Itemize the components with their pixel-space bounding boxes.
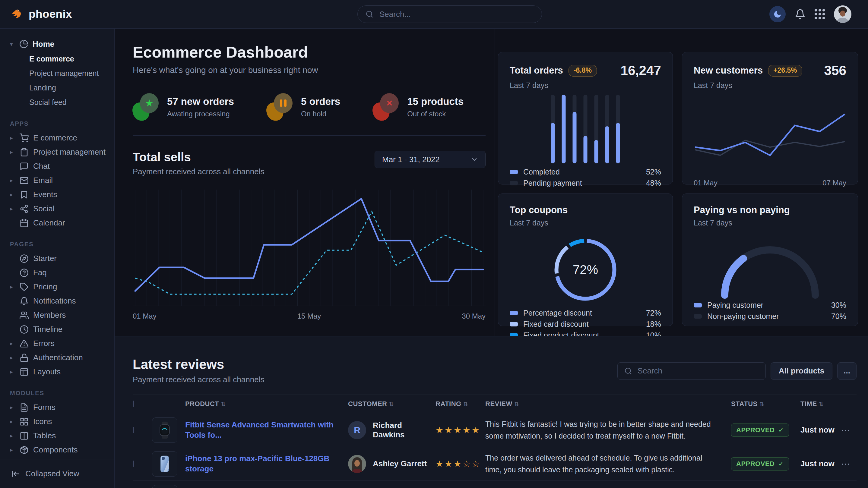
star-icon: ★ [145,97,154,109]
collapse-label: Collapsed View [25,469,79,478]
stat-blob-icon: ★ [133,93,159,121]
sidebar-section-label-modules: MODULES [10,390,114,397]
collapse-view-toggle[interactable]: Collapsed View [0,459,114,488]
sidebar-item-authentication[interactable]: ▸Authentication [10,351,114,365]
row-more-button[interactable]: ⋯ [841,458,856,469]
chevron-right-icon: ▸ [10,340,15,347]
sidebar-item-label: Icons [33,417,52,426]
share-2-icon [20,204,29,214]
dashboard-main-column: Ecommerce Dashboard Here's what's going … [115,29,495,336]
sidebar-item-members[interactable]: Members [10,308,114,322]
sidebar-item-timeline[interactable]: Timeline [10,322,114,336]
stat-5-orders: 5 ordersOn hold [267,93,340,121]
sidebar-item-label: Project management [33,148,105,157]
sidebar-item-components[interactable]: ▸Components [10,443,114,457]
total-orders-legend: Completed52%Pending payment48% [510,166,661,189]
column-header-customer[interactable]: CUSTOMER⇅ [348,400,435,408]
legend-item-percentage-discount: Percentage discount72% [510,307,661,319]
product-link[interactable]: iPhone 13 pro max-Pacific Blue-128GB sto… [185,454,348,474]
column-header-rating[interactable]: RATING⇅ [435,400,485,408]
brand-logo[interactable]: phoenix [10,7,72,21]
column-header-product[interactable]: PRODUCT⇅ [185,400,348,408]
column-header-status[interactable]: STATUS⇅ [731,400,801,408]
reviews-search-input[interactable] [637,366,759,376]
sidebar-item-tables[interactable]: ▸Tables [10,429,114,443]
table-row [133,481,857,488]
top-coupons-subtitle: Last 7 days [510,219,661,227]
date-range-select[interactable]: Mar 1 - 31, 2022 [375,151,486,168]
sidebar-item-errors[interactable]: ▸Errors [10,336,114,351]
row-checkbox[interactable] [133,461,134,467]
mail-icon [20,176,29,185]
review-text: The order was delivered ahead of schedul… [485,452,731,476]
sidebar-item-social[interactable]: ▸Social [10,202,114,216]
sidebar-item-home[interactable]: ▾ Home [10,36,114,52]
product-link[interactable]: Fitbit Sense Advanced Smartwatch with To… [185,420,348,441]
sidebar-item-calendar[interactable]: Calendar [10,216,114,230]
global-search-input[interactable] [379,9,534,19]
legend-label: Percentage discount [523,308,592,317]
chevron-right-icon: ▸ [10,177,15,184]
legend-value: 70% [831,312,846,321]
sidebar-item-notifications[interactable]: Notifications [10,294,114,308]
reviews-controls: All products ... [617,362,857,380]
all-products-button[interactable]: All products [771,362,833,380]
sidebar-item-layouts[interactable]: ▸Layouts [10,365,114,379]
sort-icon: ⇅ [221,401,226,407]
sidebar-item-pricing[interactable]: ▸Pricing [10,280,114,294]
sidebar-item-landing[interactable]: Landing [29,80,114,95]
grid-icon [20,417,29,426]
sidebar-item-faq[interactable]: Faq [10,265,114,280]
sidebar-item-email[interactable]: ▸Email [10,173,114,188]
total-orders-badge: -6.8% [568,65,597,76]
search-icon [624,367,632,375]
row-more-button[interactable]: ⋯ [841,425,856,435]
dark-mode-toggle[interactable] [769,6,786,22]
stat-title: 57 new orders [167,96,234,107]
sidebar-item-icons[interactable]: ▸Icons [10,415,114,429]
legend-value: 48% [646,179,661,188]
sidebar-item-e-commerce[interactable]: E commerce [29,52,114,66]
column-header-review[interactable]: REVIEW⇅ [485,400,731,408]
stat-15-products: ✕15 productsOut of stock [373,93,464,121]
global-search[interactable] [358,5,542,23]
sidebar-item-chat[interactable]: Chat [10,159,114,173]
sidebar-item-e-commerce[interactable]: ▸E commerce [10,131,114,145]
more-options-button[interactable]: ... [837,362,857,380]
legend-value: 52% [646,168,661,176]
sidebar: ▾ Home E commerceProject managementLandi… [0,29,115,488]
sidebar-item-events[interactable]: ▸Events [10,188,114,202]
profile-avatar[interactable] [834,5,851,23]
chevron-right-icon: ▸ [10,404,15,411]
reviews-search[interactable] [617,362,766,380]
sidebar-section-label-apps: APPS [10,120,114,127]
column-header-time[interactable]: TIME⇅ [801,400,841,408]
compass-icon [20,254,29,263]
top-navbar: phoenix [0,0,868,29]
sidebar-item-label: Components [33,445,78,455]
customer-cell: Ashley Garrett [348,455,435,473]
clipboard-icon [20,148,29,157]
sidebar-item-forms[interactable]: ▸Forms [10,400,114,415]
reviews-subtitle: Payment received across all channels [133,375,264,384]
new-customers-axis-divider [694,175,846,175]
select-all-checkbox[interactable] [133,400,134,407]
sidebar-item-label: Events [33,190,57,199]
navbar-actions [769,5,851,23]
status-badge: APPROVED ✓ [731,423,789,437]
top-coupons-title: Top coupons [510,205,568,216]
moon-icon [773,10,782,19]
legend-item-paying-customer: Paying customer30% [694,300,846,311]
apps-menu-button[interactable] [815,9,825,19]
new-customers-subtitle: Last 7 days [694,81,846,90]
sidebar-item-social-feed[interactable]: Social feed [29,95,114,109]
users-icon [20,311,29,320]
sidebar-item-project-management[interactable]: Project management [29,66,114,80]
brand-name: phoenix [29,8,72,21]
sidebar-item-project-management[interactable]: ▸Project management [10,145,114,159]
total-sells-subtitle: Payment received across all channels [133,167,264,176]
row-checkbox[interactable] [133,427,134,433]
sidebar-item-starter[interactable]: Starter [10,251,114,265]
notifications-button[interactable] [795,9,806,20]
paying-legend: Paying customer30%Non-paying customer70% [694,300,846,322]
